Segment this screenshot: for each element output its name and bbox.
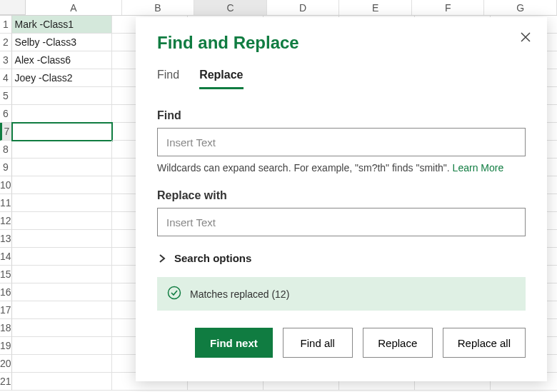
row-header[interactable]: 12 [0, 212, 12, 230]
column-header[interactable]: D [267, 0, 340, 15]
row-header[interactable]: 13 [0, 230, 12, 248]
row-header[interactable]: 20 [0, 355, 12, 373]
row-header[interactable]: 14 [0, 248, 12, 266]
row-header[interactable]: 2 [0, 34, 12, 51]
column-header[interactable]: G [484, 0, 557, 15]
tabs: Find Replace [157, 69, 526, 89]
replace-label: Replace with [157, 189, 526, 202]
select-all-corner[interactable] [0, 0, 26, 15]
cell[interactable] [12, 248, 112, 266]
row-header[interactable]: 3 [0, 51, 12, 69]
find-label: Find [157, 109, 526, 122]
row-header[interactable]: 18 [0, 319, 12, 337]
cell[interactable] [12, 230, 112, 248]
cell[interactable] [12, 319, 112, 337]
row-header[interactable]: 11 [0, 194, 12, 212]
cell[interactable] [12, 355, 112, 373]
svg-point-0 [169, 287, 181, 299]
cell[interactable]: Alex -Class6 [12, 51, 112, 69]
status-text: Matches replaced (12) [190, 288, 289, 300]
search-options-toggle[interactable]: Search options [157, 252, 526, 264]
row-header[interactable]: 6 [0, 105, 12, 123]
cell[interactable] [12, 87, 112, 105]
cell[interactable] [12, 337, 112, 355]
row-header[interactable]: 7 [0, 123, 12, 141]
column-header[interactable]: B [122, 0, 195, 15]
row-header[interactable]: 16 [0, 283, 12, 301]
chevron-right-icon [157, 253, 167, 263]
cell[interactable] [12, 141, 112, 159]
dialog-buttons: Find next Find all Replace Replace all [157, 328, 526, 358]
row-header[interactable]: 21 [0, 373, 12, 391]
column-headers: ABCDEFG [0, 0, 557, 16]
replace-button[interactable]: Replace [363, 328, 433, 358]
status-banner: Matches replaced (12) [157, 277, 526, 311]
cell[interactable] [12, 212, 112, 230]
cell[interactable] [12, 373, 112, 391]
search-options-label: Search options [174, 252, 251, 264]
column-header[interactable]: C [194, 0, 267, 15]
row-header[interactable]: 15 [0, 266, 12, 283]
cell[interactable]: Selby -Class3 [12, 34, 112, 51]
check-circle-icon [167, 286, 181, 302]
row-header[interactable]: 10 [0, 176, 12, 194]
hint-text: Wildcards can expand search. For example… [157, 162, 453, 174]
find-hint: Wildcards can expand search. For example… [157, 162, 526, 174]
column-header[interactable]: A [26, 0, 121, 15]
dialog-title: Find and Replace [157, 33, 526, 53]
find-replace-dialog: Find and Replace Find Replace Find Wildc… [136, 17, 547, 381]
row-header[interactable]: 8 [0, 141, 12, 159]
find-next-button[interactable]: Find next [195, 328, 273, 358]
row-header[interactable]: 5 [0, 87, 12, 105]
row-header[interactable]: 4 [0, 69, 12, 87]
tab-replace[interactable]: Replace [199, 69, 243, 89]
cell[interactable] [12, 159, 112, 176]
row-header[interactable]: 17 [0, 301, 12, 319]
find-input[interactable] [157, 128, 526, 156]
close-icon[interactable] [517, 29, 534, 46]
replace-all-button[interactable]: Replace all [443, 328, 526, 358]
learn-more-link[interactable]: Learn More [453, 162, 504, 174]
row-header[interactable]: 9 [0, 159, 12, 176]
tab-find[interactable]: Find [157, 69, 179, 89]
cell[interactable] [12, 123, 112, 141]
row-header[interactable]: 19 [0, 337, 12, 355]
cell[interactable] [12, 266, 112, 283]
cell[interactable] [12, 176, 112, 194]
column-header[interactable]: E [339, 0, 412, 15]
cell[interactable]: Mark -Class1 [12, 16, 112, 34]
row-header[interactable]: 1 [0, 16, 12, 34]
replace-input[interactable] [157, 208, 526, 236]
column-header[interactable]: F [412, 0, 485, 15]
row-headers: 123456789101112131415161718192021 [0, 16, 12, 391]
find-all-button[interactable]: Find all [283, 328, 353, 358]
cell[interactable] [12, 301, 112, 319]
cell[interactable] [12, 194, 112, 212]
cell[interactable] [12, 105, 112, 123]
cell[interactable]: Joey -Class2 [12, 69, 112, 87]
cell[interactable] [12, 283, 112, 301]
